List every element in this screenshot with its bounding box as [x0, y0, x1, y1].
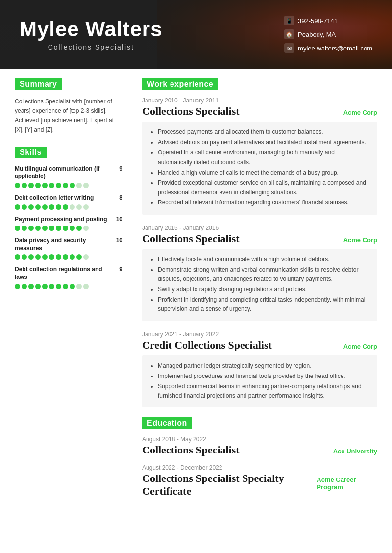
- edu-title: Collections Specialist Specialty Certifi…: [142, 472, 317, 498]
- job-entry: January 2010 - January 2011Collections S…: [142, 97, 377, 215]
- dot-empty: [83, 204, 89, 210]
- job-period: January 2021 - January 2022: [142, 331, 377, 338]
- phone-icon: 📱: [284, 16, 294, 25]
- dot-empty: [83, 284, 89, 289]
- skill-name: Debt collection letter writing: [15, 194, 116, 202]
- dot-filled: [49, 284, 54, 289]
- skill-score: 10: [116, 216, 122, 223]
- candidate-name: Mylee Walters: [20, 18, 163, 41]
- dot-filled: [35, 204, 41, 210]
- email-contact: ✉ mylee.walters@email.com: [284, 43, 372, 53]
- job-bullet: Swiftly adapt to rapidly changing regula…: [158, 285, 369, 294]
- job-bullet: Effectively locate and communicate with …: [158, 255, 369, 264]
- dot-filled: [35, 183, 41, 188]
- dot-filled: [49, 183, 54, 188]
- dot-filled: [56, 254, 61, 260]
- dot-filled: [49, 226, 54, 231]
- skill-dots: [15, 204, 122, 210]
- dot-empty: [70, 204, 75, 210]
- job-bullet: Handled a high volume of calls to meet t…: [158, 168, 369, 177]
- dot-filled: [49, 254, 54, 260]
- candidate-title: Collections Specialist: [20, 43, 163, 51]
- dot-filled: [42, 204, 48, 210]
- dot-empty: [76, 204, 82, 210]
- dot-empty: [83, 254, 89, 260]
- skill-item: Data privacy and security measures10: [15, 237, 122, 260]
- summary-section: Summary Collections Specialist with [num…: [15, 78, 122, 135]
- phone-contact: 📱 392-598-7141: [284, 16, 372, 25]
- skill-item: Debt collection regulations and laws9: [15, 266, 122, 289]
- job-bullet: Recorded all relevant information regard…: [158, 198, 369, 207]
- job-bullet: Provided exceptional customer service on…: [158, 178, 369, 197]
- location-text: Peabody, MA: [298, 31, 336, 38]
- dot-filled: [42, 284, 48, 289]
- job-title: Credit Collections Specialist: [142, 339, 272, 352]
- skill-dots: [15, 183, 122, 188]
- dot-filled: [35, 226, 41, 231]
- dot-filled: [70, 254, 75, 260]
- job-bullets: Managed partner ledger strategically seg…: [142, 355, 377, 408]
- dot-empty: [76, 284, 82, 289]
- job-bullet: Demonstrate strong written and verbal co…: [158, 265, 369, 284]
- left-column: Summary Collections Specialist with [num…: [15, 78, 132, 505]
- dot-filled: [15, 183, 20, 188]
- job-header: Collections SpecialistAcme Corp: [142, 105, 377, 118]
- skill-score: 9: [119, 266, 122, 273]
- dot-filled: [15, 284, 20, 289]
- edu-header: Collections Specialist Specialty Certifi…: [142, 472, 377, 498]
- job-bullet: Implemented procedures and financial too…: [158, 372, 369, 381]
- job-bullets: Processed payments and allocated them to…: [142, 122, 377, 215]
- dot-filled: [56, 284, 61, 289]
- summary-text: Collections Specialist with [number of y…: [15, 97, 122, 135]
- phone-number: 392-598-7141: [298, 17, 338, 25]
- skill-score: 10: [116, 237, 122, 244]
- job-company: Acme Corp: [343, 236, 377, 244]
- skill-item: Multilingual communication (if applicabl…: [15, 165, 122, 188]
- job-period: January 2010 - January 2011: [142, 97, 377, 104]
- job-entry: January 2015 - January 2016Collections S…: [142, 225, 377, 321]
- dot-filled: [15, 204, 20, 210]
- job-company: Acme Corp: [343, 343, 377, 350]
- dot-filled: [76, 254, 82, 260]
- education-section: Education August 2018 - May 2022Collecti…: [142, 417, 377, 498]
- job-bullet: Processed payments and allocated them to…: [158, 127, 369, 137]
- resume-header: Mylee Walters Collections Specialist 📱 3…: [0, 0, 392, 69]
- job-bullet: Managed partner ledger strategically seg…: [158, 361, 369, 371]
- edu-title: Collections Specialist: [142, 444, 240, 456]
- edu-school: Ace University: [333, 448, 377, 455]
- dot-filled: [22, 183, 27, 188]
- job-bullet: Supported commercial teams in enhancing …: [158, 382, 369, 401]
- job-bullet: Operated in a call center environment, m…: [158, 148, 369, 167]
- skill-name: Debt collection regulations and laws: [15, 266, 116, 281]
- dot-filled: [70, 284, 75, 289]
- work-experience-header: Work experience: [142, 78, 218, 90]
- work-experience-section: Work experience January 2010 - January 2…: [142, 78, 377, 407]
- skill-score: 8: [119, 194, 122, 201]
- jobs-list: January 2010 - January 2011Collections S…: [142, 97, 377, 407]
- skill-name: Multilingual communication (if applicabl…: [15, 165, 116, 180]
- skill-dots: [15, 284, 122, 289]
- dot-filled: [28, 254, 34, 260]
- dot-filled: [56, 226, 61, 231]
- edu-period: August 2018 - May 2022: [142, 436, 377, 443]
- summary-header: Summary: [15, 78, 62, 90]
- email-text: mylee.walters@email.com: [298, 45, 372, 52]
- skills-header: Skills: [15, 147, 47, 158]
- dot-filled: [35, 254, 41, 260]
- job-bullets: Effectively locate and communicate with …: [142, 249, 377, 321]
- dot-filled: [63, 226, 68, 231]
- dot-filled: [22, 204, 27, 210]
- education-header: Education: [142, 417, 192, 429]
- dot-filled: [22, 226, 27, 231]
- job-title: Collections Specialist: [142, 232, 240, 245]
- dot-empty: [83, 226, 89, 231]
- dot-empty: [83, 183, 89, 188]
- dot-filled: [22, 254, 27, 260]
- location-icon: 🏠: [284, 29, 294, 39]
- dot-filled: [63, 254, 68, 260]
- dot-filled: [28, 183, 34, 188]
- main-content: Summary Collections Specialist with [num…: [0, 69, 392, 515]
- dot-filled: [70, 226, 75, 231]
- skill-dots: [15, 254, 122, 260]
- dot-filled: [42, 226, 48, 231]
